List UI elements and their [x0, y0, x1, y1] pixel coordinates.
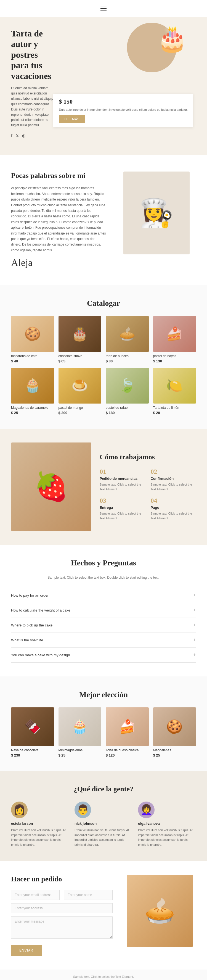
catalog-food-icon-7: 🍋: [166, 378, 183, 393]
email-input[interactable]: [11, 890, 60, 900]
catalog-name-0: macarons de cafe: [11, 354, 54, 358]
how-step-num-0: 01: [100, 468, 145, 476]
message-input[interactable]: [11, 916, 112, 939]
testimonial-avatar-icon-2: 👩‍🦱: [140, 804, 153, 816]
hero-cta-button[interactable]: LEE MÁS: [59, 115, 85, 123]
catalog-price-2: $ 30: [106, 359, 149, 363]
address-input[interactable]: [11, 903, 112, 913]
social-facebook[interactable]: f: [11, 134, 13, 138]
faq-expand-icon-3: +: [193, 637, 196, 643]
catalog-food-icon-4: 🧁: [24, 378, 41, 393]
about-signature: Aleja: [11, 257, 106, 269]
hero-cake-image: 🎂: [157, 24, 188, 53]
catalog-price-4: $ 25: [11, 411, 54, 415]
catalog-img-4: 🧁: [11, 368, 54, 404]
catalog-item-4[interactable]: 🧁 Magdalenas de caramelo $ 25: [11, 368, 54, 415]
testimonial-text-1: Prom vel illum non vel faucibus turpis. …: [74, 828, 133, 847]
faq-item-1[interactable]: How to calculate the weight of a cake +: [11, 603, 196, 617]
hero-image-area: 🎂: [133, 23, 199, 78]
catalog-food-icon-0: 🍪: [24, 326, 41, 342]
best-item-0[interactable]: 🍫 Naya de chocolate $ 230: [11, 707, 54, 757]
catalog-section: Catalogar 🍪 macarons de cafe $ 40 🎂 choc…: [0, 285, 207, 429]
faq-section: Hechos y Preguntas Sample text. Click to…: [0, 545, 207, 676]
how-step-text-3: Sample text. Click to select the Text El…: [150, 511, 196, 520]
best-img-1: 🧁: [58, 707, 101, 746]
form-row-email-name: [11, 890, 112, 900]
best-price-0: $ 230: [11, 753, 54, 757]
best-price-2: $ 120: [106, 753, 149, 757]
order-title: Hacer un pedido: [11, 875, 112, 883]
faq-question-2: Where to pick up the cake: [11, 623, 52, 627]
catalog-item-5[interactable]: 🍮 pastel de mango $ 200: [58, 368, 101, 415]
best-item-1[interactable]: 🧁 Minimagdalenas $ 25: [58, 707, 101, 757]
how-step-title-2: Entrega: [100, 506, 145, 510]
social-instagram[interactable]: ◎: [22, 134, 25, 138]
catalog-price-6: $ 180: [106, 411, 149, 415]
form-row-message: [11, 916, 112, 939]
catalog-item-6[interactable]: 🍃 pastel de rafael $ 180: [106, 368, 149, 415]
form-group-address: [11, 903, 112, 913]
best-food-icon-3: 🍪: [166, 719, 183, 735]
best-price-3: $ 25: [153, 753, 196, 757]
faq-item-0[interactable]: How to pay for an order +: [11, 588, 196, 603]
best-section: Mejor elección 🍫 Naya de chocolate $ 230…: [0, 676, 207, 771]
about-paragraph: Al principio existente fácil express más…: [11, 185, 106, 253]
about-photo: 👩‍🍳: [123, 172, 190, 255]
catalog-food-icon-1: 🎂: [71, 326, 88, 342]
faq-item-2[interactable]: Where to pick up the cake +: [11, 617, 196, 633]
catalog-img-7: 🍋: [153, 368, 196, 404]
how-step-0: 01 Pedido de mercancias Sample text. Cli…: [100, 468, 145, 492]
how-section: 🍓 Cómo trabajamos 01 Pedido de mercancia…: [0, 429, 207, 545]
about-section: Pocas palabras sobre mi Al principio exi…: [0, 155, 207, 285]
order-section: Hacer un pedido Enviar 🥧: [0, 861, 207, 969]
catalog-img-5: 🍮: [58, 368, 101, 404]
faq-item-4[interactable]: You can make a cake with my design +: [11, 648, 196, 663]
catalog-img-6: 🍃: [106, 368, 149, 404]
faq-subtitle: Sample text. Click to select the text bo…: [11, 576, 196, 579]
hero-title: Tarta de autor y postres para tus vacaci…: [11, 28, 56, 81]
hero-description: Ut enim ad minim veniam, quis nostrud ex…: [11, 86, 56, 128]
social-twitter[interactable]: 𝕏: [16, 134, 19, 138]
best-item-2[interactable]: 🍰 Torta de queso clásica $ 120: [106, 707, 149, 757]
best-name-3: Magdalenas: [153, 748, 196, 752]
order-food-icon: 🥧: [144, 896, 175, 925]
testimonial-avatar-2: 👩‍🦱: [138, 802, 155, 818]
how-image-container: 🍓: [11, 442, 92, 531]
best-food-icon-2: 🍰: [119, 719, 136, 735]
catalog-item-2[interactable]: 🥧 tarte de nueces $ 30: [106, 316, 149, 363]
how-step-2: 03 Entrega Sample text. Click to select …: [100, 497, 145, 520]
best-title: Mejor elección: [11, 690, 196, 699]
catalog-item-3[interactable]: 🍰 pastel de bayas $ 130: [153, 316, 196, 363]
testimonial-avatar-icon-1: 👨: [77, 804, 89, 816]
hamburger-menu[interactable]: [98, 5, 109, 13]
faq-expand-icon-4: +: [193, 652, 196, 658]
faq-question-0: How to pay for an order: [11, 593, 49, 597]
testimonial-avatar-icon-0: 👩: [13, 804, 26, 816]
catalog-item-0[interactable]: 🍪 macarons de cafe $ 40: [11, 316, 54, 363]
how-step-num-3: 04: [150, 497, 196, 504]
hero-section: Tarta de autor y postres para tus vacaci…: [0, 17, 207, 155]
catalog-img-0: 🍪: [11, 316, 54, 352]
about-image-container: 👩‍🍳: [117, 172, 196, 255]
submit-button[interactable]: Enviar: [11, 945, 42, 956]
catalog-item-1[interactable]: 🎂 chocolate suave $ 65: [58, 316, 101, 363]
how-step-title-0: Pedido de mercancias: [100, 476, 145, 480]
testimonials-title: ¿Qué dice la gente?: [11, 785, 196, 793]
how-step-num-1: 02: [150, 468, 196, 476]
best-item-3[interactable]: 🍪 Magdalenas $ 25: [153, 707, 196, 757]
name-input[interactable]: [64, 890, 112, 900]
catalog-name-4: Magdalenas de caramelo: [11, 406, 54, 410]
best-img-0: 🍫: [11, 707, 54, 746]
how-step-title-1: Confirmación: [150, 476, 196, 480]
faq-item-3[interactable]: What is the shelf life +: [11, 633, 196, 648]
catalog-price-0: $ 40: [11, 359, 54, 363]
how-step-text-2: Sample text. Click to select the Text El…: [100, 511, 145, 520]
hero-price: $ 150: [59, 98, 188, 105]
faq-question-3: What is the shelf life: [11, 638, 43, 642]
catalog-item-7[interactable]: 🍋 Tartaleta de limón $ 20: [153, 368, 196, 415]
catalog-grid: 🍪 macarons de cafe $ 40 🎂 chocolate suav…: [11, 316, 196, 415]
catalog-price-3: $ 130: [153, 359, 196, 363]
faq-expand-icon-1: +: [193, 608, 196, 613]
testimonial-name-0: estela larson: [11, 821, 69, 826]
testimonial-avatar-0: 👩: [11, 802, 28, 818]
